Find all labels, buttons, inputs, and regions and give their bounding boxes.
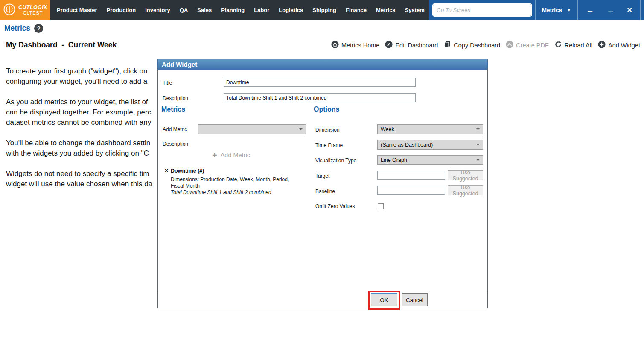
create-pdf-button[interactable]: Create PDF [506, 41, 549, 50]
add-widget-dialog: Add Widget Title Description Metrics Add… [157, 59, 488, 308]
dashboard-toolbar: Metrics Home Edit Dashboard Copy Dashboa… [331, 41, 640, 50]
pencil-icon [385, 41, 393, 50]
chevron-down-icon [476, 144, 480, 146]
add-metric-select[interactable] [198, 124, 306, 134]
selected-metric-dimensions-cont: Fiscal Month [171, 183, 200, 189]
time-frame-label: Time Frame [315, 142, 343, 148]
intro-line: dataset metrics cannot be combined with … [6, 117, 152, 128]
module-dropdown-label: Metrics [542, 7, 562, 13]
edit-dashboard-button[interactable]: Edit Dashboard [385, 41, 438, 50]
intro-line: As you add metrics to your widget, the l… [6, 97, 152, 107]
copy-pages-icon [443, 41, 451, 50]
brain-logo-icon [3, 3, 16, 18]
menu-item-labor[interactable]: Labor [249, 7, 274, 13]
intro-line: To create your first graph ("widget"), c… [6, 66, 152, 76]
pdf-icon [506, 41, 513, 50]
quick-access-bar: Metrics ▼ ← → × ☆ [429, 0, 644, 20]
brand-environment: CLTEST [23, 10, 43, 16]
baseline-input[interactable] [377, 186, 445, 195]
refresh-icon [554, 41, 562, 50]
history-controls: ← → × [577, 0, 640, 20]
copy-dashboard-button[interactable]: Copy Dashboard [443, 41, 500, 50]
dimension-select[interactable]: Week [377, 124, 483, 134]
dashboard-intro-text: To create your first graph ("widget"), c… [6, 66, 152, 200]
chevron-down-icon [299, 128, 303, 130]
top-navbar: CUTLOGIX CLTEST Product Master Productio… [0, 0, 644, 20]
intro-line: configuring your widget, you'll need to … [6, 76, 152, 87]
back-button[interactable]: ← [586, 6, 594, 14]
menu-item-logistics[interactable]: Logistics [274, 7, 308, 13]
visualization-type-select[interactable]: Line Graph [377, 155, 483, 165]
dashboard-title: My Dashboard - Current Week [6, 41, 117, 50]
menu-item-sales[interactable]: Sales [192, 7, 216, 13]
intro-line: Widgets do not need to specify a specifi… [6, 169, 152, 179]
description-label: Description [163, 95, 188, 101]
target-input[interactable] [377, 171, 445, 180]
chevron-down-icon [476, 159, 480, 161]
add-widget-button[interactable]: Add Widget [598, 41, 640, 50]
metric-description-label: Description [163, 141, 188, 147]
close-screen-button[interactable]: × [627, 5, 632, 14]
intro-line: widget will use the value chosen when th… [6, 179, 152, 189]
chevron-down-icon: ▼ [567, 8, 571, 12]
main-menu: Product Master Production Inventory QA S… [50, 0, 429, 20]
brand-name: CUTLOGIX [18, 4, 47, 10]
dialog-titlebar: Add Widget [157, 59, 488, 70]
visualization-type-label: Visualization Type [315, 158, 356, 164]
dimension-label: Dimension [315, 127, 340, 133]
widget-description-input[interactable] [224, 93, 416, 102]
widget-title-input[interactable] [224, 78, 416, 87]
menu-item-metrics[interactable]: Metrics [371, 7, 400, 13]
dialog-title: Add Widget [162, 61, 197, 68]
baseline-label: Baseline [315, 188, 335, 194]
home-icon [331, 41, 339, 50]
plus-circle-icon [598, 41, 606, 50]
omit-zero-values-checkbox[interactable] [378, 203, 384, 209]
selected-metric-dimensions: Dimensions: Production Date, Week, Month… [171, 176, 289, 182]
menu-item-system[interactable]: System [400, 7, 429, 13]
add-metric-label: Add Metric [163, 126, 187, 132]
help-button[interactable]: ? [34, 24, 43, 33]
time-frame-select[interactable]: (Same as Dashboard) [377, 140, 483, 150]
menu-item-shipping[interactable]: Shipping [308, 7, 341, 13]
favorites-section: ☆ [640, 0, 644, 20]
target-label: Target [315, 173, 329, 179]
target-use-suggested-button[interactable]: Use Suggested [448, 170, 483, 180]
menu-item-planning[interactable]: Planning [216, 7, 249, 13]
dialog-footer-divider [157, 291, 488, 291]
intro-line: with the widgets you added by clicking o… [6, 148, 152, 158]
intro-line: You'll be able to change the dashboard s… [6, 138, 152, 148]
menu-item-qa[interactable]: QA [175, 7, 193, 13]
remove-metric-button[interactable]: × [165, 167, 168, 173]
menu-item-product-master[interactable]: Product Master [52, 7, 102, 13]
forward-button[interactable]: → [606, 6, 615, 14]
brand-logo[interactable]: CUTLOGIX CLTEST [0, 0, 50, 20]
add-metric-plus-button[interactable]: + Add Metric [212, 151, 250, 159]
module-dropdown[interactable]: Metrics ▼ [535, 0, 577, 20]
selected-metric-description: Total Downtime Shift 1 and Shift 2 combi… [171, 189, 271, 195]
intro-line: can be displayed together. For example, … [6, 107, 152, 117]
page-title: Metrics [4, 24, 30, 33]
metrics-section-heading: Metrics [161, 106, 185, 113]
reload-all-button[interactable]: Reload All [554, 41, 592, 50]
metrics-home-button[interactable]: Metrics Home [331, 41, 379, 50]
omit-zero-values-label: Omit Zero Values [315, 203, 355, 209]
baseline-use-suggested-button[interactable]: Use Suggested [448, 185, 483, 195]
title-label: Title [163, 80, 172, 86]
menu-item-production[interactable]: Production [102, 7, 141, 13]
options-section-heading: Options [314, 106, 339, 113]
chevron-down-icon [476, 128, 480, 130]
menu-item-finance[interactable]: Finance [341, 7, 371, 13]
ok-button[interactable]: OK [371, 293, 397, 306]
menu-item-inventory[interactable]: Inventory [140, 7, 175, 13]
plus-icon: + [212, 151, 217, 159]
go-to-screen-input[interactable] [433, 4, 531, 16]
selected-metric-name: Downtime (#) [171, 168, 204, 174]
cancel-button[interactable]: Cancel [402, 293, 428, 306]
